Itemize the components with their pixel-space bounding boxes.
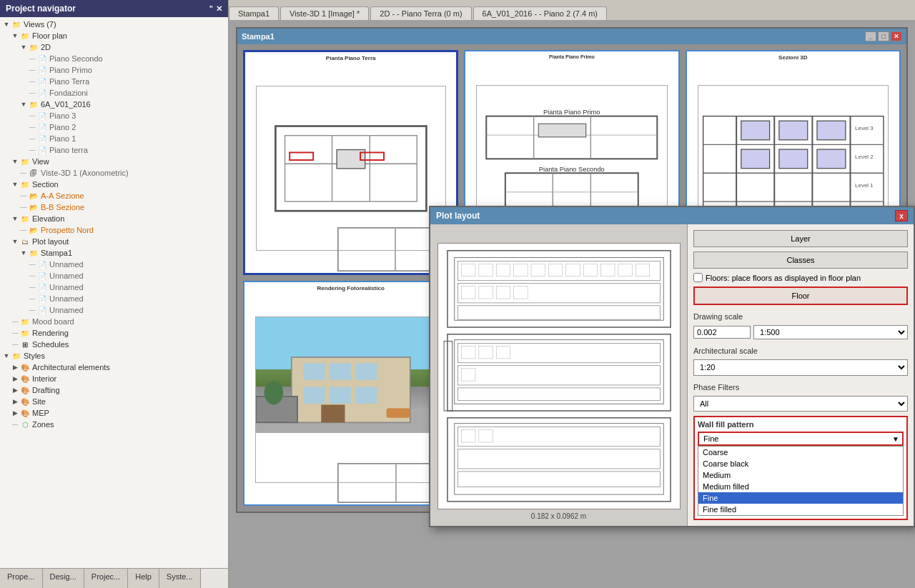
tree-piano-terra2[interactable]: — 📄 Piano terra [0,144,228,156]
svg-rect-40 [303,387,325,403]
sheet-rendering[interactable]: Rendering Fotorealístico [243,281,458,506]
tree-unnamed-5[interactable]: — 📄 Unnamed [0,304,228,316]
expand-arch[interactable]: ▶ [11,364,19,371]
tree-2d[interactable]: ▼ 📁 2D [0,41,228,53]
wf-option-coarse[interactable]: Coarse [698,447,903,458]
tree-label-piano3: Piano 3 [49,111,76,120]
plot-dialog-close-btn[interactable]: x [895,210,908,221]
sheet-pianta-terra[interactable]: Pianta Piano Terra [243,50,458,275]
tree-section[interactable]: ▼ 📁 Section [0,179,228,190]
tree-styles[interactable]: ▼ 📁 Styles [0,350,228,362]
tree-label-arch: Architectural elements [32,363,110,372]
wf-option-coarse-black[interactable]: Coarse black [698,458,903,469]
tab-2d-piano-terra[interactable]: 2D - - Piano Terra (0 m) [370,6,471,20]
tree-stampa1[interactable]: ▼ 📁 Stampa1 [0,247,228,259]
expand-drafting[interactable]: ▶ [11,387,19,394]
wall-fill-dropdown-arrow[interactable]: ▼ [889,434,902,444]
tree-piano-primo[interactable]: — 📄 Piano Primo [0,64,228,76]
tab-stampa1[interactable]: Stampa1 [229,6,279,20]
expand-stampa1[interactable]: ▼ [20,249,27,256]
tree-elevation[interactable]: ▼ 📁 Elevation [0,213,228,224]
expand-styles[interactable]: ▼ [3,352,10,359]
phase-select[interactable]: All Phase 1 Phase 2 [693,396,908,412]
scale-select[interactable]: 1:500 1:200 1:100 1:50 [753,325,908,339]
tree-site[interactable]: ▶ 🎨 Site [0,396,228,407]
expand-2d[interactable]: ▼ [20,44,27,51]
tab-project[interactable]: Projec... [84,569,128,588]
floors-label: Floors: place floors as displayed in flo… [706,274,861,282]
tree-viste3d[interactable]: — 🗐 Viste-3D 1 (Axonometric) [0,167,228,179]
tree-mep[interactable]: ▶ 🎨 MEP [0,407,228,419]
arch-scale-select[interactable]: 1:20 1:50 1:100 [693,359,908,376]
tab-properties[interactable]: Prope... [0,569,43,588]
tree-6a[interactable]: ▼ 📁 6A_V01_2016 [0,99,228,110]
tree-plot-layout[interactable]: ▼ 🗂 Plot layout [0,236,228,247]
tree-bb-sezione[interactable]: — 📂 B-B Sezione [0,201,228,213]
tree-piano3[interactable]: — 📄 Piano 3 [0,110,228,121]
tree-views[interactable]: ▼ 📁 Views (7) [0,19,228,30]
dash-icon: — [29,66,36,74]
tab-design[interactable]: Desig... [43,569,84,588]
tree-view[interactable]: ▼ 📁 View [0,156,228,167]
expand-view[interactable]: ▼ [11,158,19,165]
svg-text:Level 2: Level 2 [855,154,874,160]
wf-option-fine-filled[interactable]: Fine filled [698,504,903,515]
tree-rendering[interactable]: — 📁 Rendering [0,327,228,339]
maximize-btn[interactable]: □ [878,31,889,41]
floors-checkbox[interactable] [693,273,703,282]
tree-unnamed-1[interactable]: — 📄 Unnamed [0,259,228,270]
close-panel-icon[interactable]: ✕ [216,4,222,14]
sheet-title-1: Pianta Piano Terra [326,55,376,61]
preview-size-label: 0.182 x 0.0962 m [531,512,586,520]
tree-piano-terra[interactable]: — 📄 Piano Terra [0,76,228,87]
expand-mep[interactable]: ▶ [11,409,19,417]
tree-piano-secondo[interactable]: — 📄 Piano Secondo [0,53,228,64]
tree-label-unnamed5: Unnamed [49,306,84,314]
floor-button[interactable]: Floor [693,286,908,305]
expand-interior[interactable]: ▶ [11,375,19,382]
expand-plot[interactable]: ▼ [11,238,19,245]
minimize-btn[interactable]: _ [865,31,876,41]
dash-icon: — [29,261,36,268]
expand-views[interactable]: ▼ [3,21,10,28]
tree-unnamed-4[interactable]: — 📄 Unnamed [0,293,228,304]
expand-floorplan[interactable]: ▼ [11,32,19,39]
tree-piano1[interactable]: — 📄 Piano 1 [0,133,228,144]
wf-option-medium[interactable]: Medium [698,469,903,481]
tab-help[interactable]: Help [128,569,159,588]
expand-section[interactable]: ▼ [11,181,19,188]
tab-viste3d[interactable]: Viste-3D 1 [Image] * [280,6,369,20]
expand-elevation[interactable]: ▼ [11,215,19,222]
tree-label-stampa1: Stampa1 [41,249,72,257]
wf-option-fine[interactable]: Fine [698,492,903,504]
layer-button[interactable]: Layer [693,230,908,247]
tab-system[interactable]: Syste... [159,569,201,588]
tree-schedules[interactable]: — ⊞ Schedules [0,339,228,350]
tree-zones[interactable]: — ⬡ Zones [0,419,228,430]
tree-prospetto[interactable]: — 📂 Prospetto Nord [0,224,228,236]
pin-icon[interactable]: " [209,4,213,14]
tree-interior[interactable]: ▶ 🎨 Interior [0,373,228,384]
drawing-scale-input[interactable] [693,326,751,339]
dash-icon: — [29,146,36,154]
tree-drafting[interactable]: ▶ 🎨 Drafting [0,384,228,396]
tree-unnamed-2[interactable]: — 📄 Unnamed [0,270,228,281]
plot-dialog-titlebar: Plot layout x [430,207,914,224]
tree-fondazioni[interactable]: — 📄 Fondazioni [0,87,228,99]
tree-unnamed-3[interactable]: — 📄 Unnamed [0,281,228,293]
tree-piano2[interactable]: — 📄 Piano 2 [0,121,228,133]
svg-rect-93 [447,334,670,411]
plot-dialog-body: 0.182 x 0.0962 m Layer Classes Floors: p… [430,224,914,526]
classes-button[interactable]: Classes [693,251,908,269]
tab-6a-piano2[interactable]: 6A_V01_2016 - - Piano 2 (7.4 m) [473,6,607,20]
svg-rect-73 [447,251,670,327]
tree-mood-board[interactable]: — 📁 Mood board [0,316,228,327]
dash-icon: — [29,295,36,302]
expand-site[interactable]: ▶ [11,398,19,405]
close-btn[interactable]: ✕ [891,31,902,41]
wf-option-medium-filled[interactable]: Medium filled [698,481,903,492]
tree-aa-sezione[interactable]: — 📂 A-A Sezione [0,190,228,201]
expand-6a[interactable]: ▼ [20,101,27,108]
tree-arch-elem[interactable]: ▶ 🎨 Architectural elements [0,362,228,373]
tree-floorplan[interactable]: ▼ 📁 Floor plan [0,30,228,41]
